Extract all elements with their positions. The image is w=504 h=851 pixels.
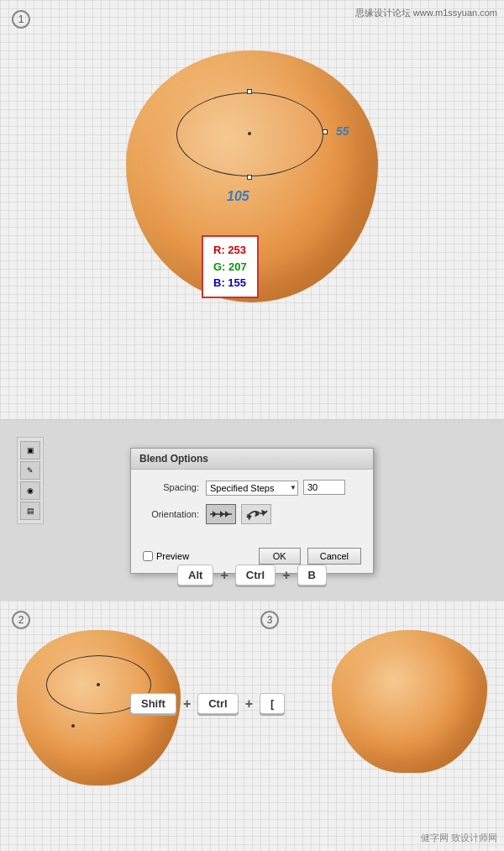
step-number-1: 1: [12, 10, 30, 29]
spacing-input[interactable]: [303, 480, 345, 495]
svg-marker-2: [220, 511, 224, 517]
spacing-row: Spacing: Specified Steps ▼: [143, 480, 361, 496]
dimension-label-105: 105: [227, 189, 249, 204]
toolbar-item-3[interactable]: ◉: [20, 481, 40, 500]
watermark-top: 思缘设计论坛 www.m1ssyuan.com: [355, 7, 497, 19]
canvas-section-bottom: 2 3 Shift + Ctrl + [ 健字网 致设计师网: [0, 601, 504, 851]
dialog-title: Blend Options: [131, 449, 373, 470]
key-shift: Shift: [130, 693, 176, 714]
orientation-align-to-page[interactable]: [241, 504, 271, 524]
key-bracket: [: [260, 693, 285, 714]
toolbar-item-1[interactable]: ▣: [20, 441, 40, 460]
spacing-label: Spacing:: [143, 482, 206, 492]
step-number-3: 3: [260, 611, 279, 629]
anchor-top: [247, 89, 252, 94]
preview-checkbox-group[interactable]: Preview: [143, 551, 189, 561]
canvas-section-1: 思缘设计论坛 www.m1ssyuan.com 1 55 105 R: 253 …: [0, 0, 504, 420]
spacing-select-wrapper[interactable]: Specified Steps ▼: [206, 480, 298, 496]
preview-checkbox[interactable]: [143, 551, 153, 561]
dialog-body: Spacing: Specified Steps ▼ Orientation:: [131, 470, 373, 543]
rgb-red: R: 253: [213, 242, 247, 259]
orientation-label: Orientation:: [143, 509, 206, 519]
orientation-align-to-path[interactable]: [206, 504, 236, 524]
shortcut-row-2: Shift + Ctrl + [: [130, 693, 285, 714]
dimension-label-55: 55: [336, 124, 349, 138]
blob3-shape: [332, 630, 487, 773]
plus-icon-3: +: [183, 696, 191, 712]
left-toolbar: ▣ ✎ ◉ ▤: [17, 437, 44, 524]
blob-group-3: [332, 630, 487, 806]
blob2-dot-1: [97, 683, 100, 686]
spacing-select[interactable]: Specified Steps: [206, 481, 298, 496]
rgb-green: G: 207: [213, 259, 247, 276]
svg-marker-1: [213, 511, 217, 517]
shortcut-row-1: Alt + Ctrl + B: [0, 565, 504, 586]
key-ctrl-2: Ctrl: [197, 693, 238, 714]
key-ctrl-1: Ctrl: [235, 565, 276, 586]
plus-icon-2: +: [282, 568, 290, 583]
orientation-row: Orientation:: [143, 504, 361, 524]
blob-group-1: 55 105 R: 253 G: 207 B: 155: [126, 50, 378, 319]
blob-group-2: [17, 630, 181, 806]
cancel-button[interactable]: Cancel: [307, 548, 361, 565]
step-number-2: 2: [12, 611, 30, 629]
dialog-action-buttons: OK Cancel: [259, 548, 361, 565]
blend-options-dialog: Blend Options Spacing: Specified Steps ▼…: [130, 448, 374, 574]
blob-center-dot: [248, 132, 251, 135]
toolbar-item-2[interactable]: ✎: [20, 461, 40, 480]
rgb-blue: B: 155: [213, 275, 247, 292]
preview-label: Preview: [156, 551, 189, 561]
key-alt: Alt: [177, 565, 213, 586]
rgb-info-box: R: 253 G: 207 B: 155: [202, 235, 259, 298]
watermark-bottom: 健字网 致设计师网: [421, 832, 497, 844]
plus-icon-4: +: [245, 696, 253, 712]
ok-button[interactable]: OK: [259, 548, 301, 565]
blob2-dot-2: [71, 724, 75, 728]
key-b: B: [297, 565, 327, 586]
anchor-bottom: [247, 175, 252, 180]
toolbar-item-4[interactable]: ▤: [20, 502, 40, 520]
dialog-section: ▣ ✎ ◉ ▤ Blend Options Spacing: Specified…: [0, 420, 504, 601]
anchor-right: [323, 129, 328, 134]
plus-icon-1: +: [220, 568, 228, 583]
orientation-buttons: [206, 504, 271, 524]
svg-marker-3: [225, 511, 229, 517]
